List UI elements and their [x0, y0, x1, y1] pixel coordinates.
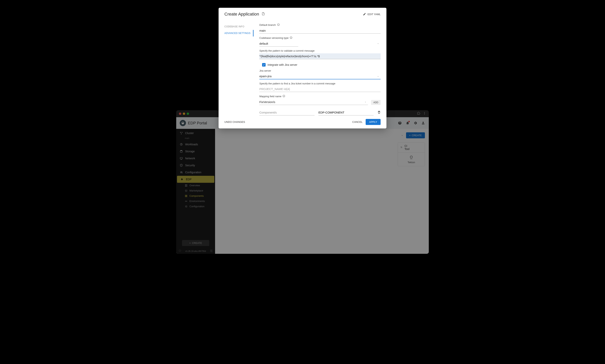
sidebar-cluster-sublabel: main — [176, 137, 215, 141]
sidebar-sub-configuration[interactable]: Configuration — [176, 204, 215, 209]
sidebar-create-label: CREATE — [192, 242, 202, 245]
sidebar-label: EDP — [186, 178, 192, 181]
sidebar-label: Workloads — [185, 143, 198, 146]
notification-icon[interactable] — [405, 121, 410, 125]
traffic-lights — [179, 113, 189, 115]
svg-point-23 — [410, 156, 412, 158]
minimize-window[interactable] — [183, 113, 185, 115]
sidebar-sub-label: Overview — [189, 184, 200, 187]
cancel-button[interactable]: CANCEL — [352, 120, 363, 123]
create-application-modal: Create Application EDIT YAML CODEBASE IN… — [219, 110, 386, 129]
svg-rect-8 — [180, 157, 182, 159]
svg-rect-13 — [185, 184, 186, 185]
sort-icon[interactable] — [400, 146, 403, 149]
form-area: Default branch Codebase versioning type … — [254, 110, 386, 116]
apply-button[interactable]: APPLY — [366, 119, 381, 125]
ci-title-1: CI — [404, 144, 410, 147]
sidebar-sub-marketplace[interactable]: Marketplace — [176, 188, 215, 193]
sidebar-label: Security — [185, 164, 195, 167]
svg-point-7 — [180, 150, 182, 151]
dropdown-icon[interactable] — [400, 133, 404, 137]
svg-point-11 — [181, 172, 181, 173]
svg-point-1 — [424, 113, 425, 114]
tekton-icon — [400, 155, 422, 160]
svg-rect-22 — [210, 250, 213, 252]
sidebar: Cluster main Workloads Storage Network S… — [176, 129, 215, 254]
extension-icon[interactable] — [417, 112, 420, 116]
svg-point-4 — [182, 132, 182, 133]
svg-rect-16 — [186, 186, 187, 186]
sidebar-sub-components[interactable]: Components — [176, 193, 215, 198]
delete-mapping-button[interactable] — [377, 111, 381, 115]
sidebar-item-cluster[interactable]: Cluster — [176, 130, 215, 137]
sidebar-sub-label: Configuration — [189, 205, 204, 208]
sidebar-sub-label: Environments — [189, 200, 205, 203]
svg-point-20 — [186, 201, 187, 202]
svg-point-2 — [424, 114, 425, 115]
notification-dot — [408, 121, 410, 122]
page-content: +CREATE CITool Tekton — [215, 129, 429, 254]
sidebar-item-workloads[interactable]: Workloads — [176, 141, 215, 148]
sidebar-item-network[interactable]: Network — [176, 155, 215, 162]
ci-title-2: Tool — [404, 147, 410, 151]
svg-point-10 — [181, 171, 182, 172]
app-window: EDP Portal - Components EDP Portal Clust… — [176, 110, 429, 254]
version-text: v1.26.10-eks-4f4795d — [185, 250, 206, 252]
mapping-key-input[interactable] — [259, 110, 315, 116]
sidebar-sub-label: Components — [189, 195, 204, 197]
sidebar-item-edp[interactable]: EDP — [177, 176, 214, 183]
ci-tool-name: Tekton — [408, 161, 415, 164]
ci-tool-card: CITool Tekton — [398, 142, 425, 166]
help-icon[interactable] — [398, 121, 402, 125]
brand-icon — [180, 120, 186, 126]
mapping-value-input[interactable] — [318, 110, 374, 116]
create-label: CREATE — [412, 134, 422, 137]
svg-point-24 — [411, 156, 411, 157]
svg-point-5 — [181, 133, 182, 134]
settings-icon[interactable] — [413, 121, 417, 125]
svg-point-21 — [186, 206, 187, 207]
sidebar-label: Storage — [185, 150, 195, 153]
brand: EDP Portal — [180, 120, 207, 126]
main-area: EDP Portal Cluster main Workloads Storag… — [176, 117, 429, 254]
sidebar-label: Cluster — [185, 131, 194, 135]
sidebar-item-configuration[interactable]: Configuration — [176, 169, 215, 176]
sidebar-sub-overview[interactable]: Overview — [176, 183, 215, 188]
sidebar-sub-label: Marketplace — [189, 189, 203, 192]
brand-name: EDP Portal — [188, 121, 207, 125]
more-icon[interactable] — [423, 112, 426, 116]
svg-point-3 — [180, 132, 181, 133]
maximize-window[interactable] — [187, 113, 189, 115]
collapse-icon[interactable] — [210, 249, 213, 253]
svg-point-9 — [181, 165, 182, 166]
sidebar-item-security[interactable]: Security — [176, 162, 215, 169]
svg-point-12 — [182, 173, 183, 173]
kube-icon — [179, 249, 181, 253]
sidebar-item-storage[interactable]: Storage — [176, 148, 215, 155]
sidebar-sub-environments[interactable]: Environments — [176, 198, 215, 204]
svg-rect-15 — [185, 186, 186, 186]
sidebar-label: Configuration — [185, 171, 201, 174]
svg-point-25 — [412, 156, 412, 157]
sidebar-label: Network — [185, 157, 195, 160]
svg-point-19 — [185, 201, 186, 202]
close-window[interactable] — [179, 113, 181, 115]
account-icon[interactable] — [421, 121, 425, 125]
undo-changes-button[interactable]: UNDO CHANGES — [224, 120, 245, 123]
sidebar-create-button[interactable]: +CREATE — [182, 240, 209, 246]
svg-rect-18 — [186, 195, 187, 196]
modal-tabs: CODEBASE INFO ADVANCED SETTINGS — [224, 110, 254, 116]
create-button[interactable]: +CREATE — [406, 132, 425, 138]
svg-rect-14 — [186, 184, 187, 185]
svg-point-0 — [424, 112, 425, 113]
